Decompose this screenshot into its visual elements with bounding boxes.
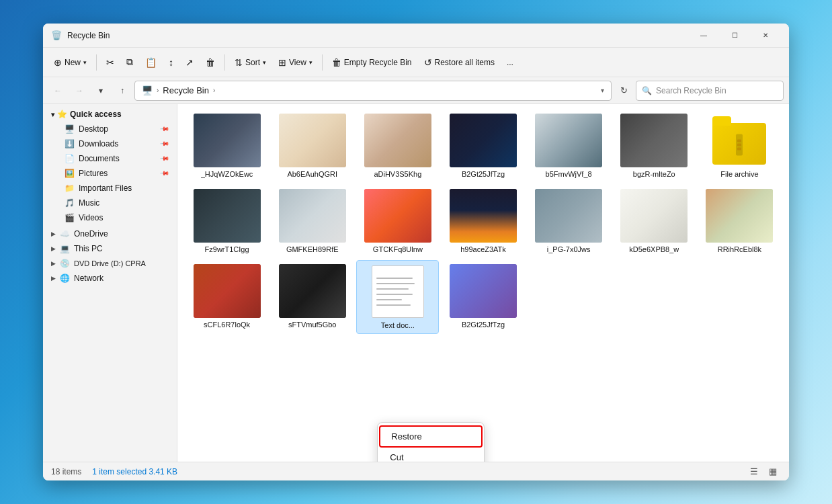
list-item[interactable]: B2Gt25JfTzg [442,260,524,334]
sidebar-item-quick-access[interactable]: ▾ ⭐ Quick access [46,107,174,122]
toolbar: ⊕ New ▾ ✂ ⧉ 📋 ↕ ↗ 🗑 ⇅ Sort ▾ ⊞ [43,48,789,77]
list-item[interactable]: RRihRcEbl8k [698,185,781,257]
list-item[interactable]: b5FmvWjVf_8 [528,110,610,182]
file-thumbnail [706,189,773,243]
delete-button[interactable]: 🗑 [200,52,220,73]
list-view-toggle[interactable]: ☰ [746,464,762,479]
address-path[interactable]: 🖥️ › Recycle Bin › ▾ [134,81,612,101]
cut-button[interactable]: ✂ [101,52,120,73]
file-thumbnail [620,189,688,243]
file-label: aDiHV3S5Khg [374,170,421,178]
close-button[interactable]: ✕ [750,25,781,46]
list-item[interactable]: Text doc... Restore Cut Delete Propertie… [356,260,439,334]
sort-button[interactable]: ⇅ Sort ▾ [229,52,272,73]
more-button[interactable]: ... [501,52,519,73]
file-label: sFTVmuf5Gbo [288,321,337,329]
sidebar-item-network[interactable]: ▶ 🌐 Network [46,271,174,286]
videos-label: Videos [79,213,103,222]
list-item[interactable]: Ab6EAuhQGRI [271,110,353,182]
file-label: sCFL6R7loQk [204,321,250,329]
list-item[interactable]: B2Gt25JfTzg [442,110,524,182]
paste-button[interactable]: 📋 [140,52,162,73]
list-item[interactable]: aDiHV3S5Khg [356,110,439,182]
file-thumbnail [535,114,602,167]
sidebar-item-downloads[interactable]: ⬇️ Downloads 📌 [46,136,174,151]
refresh-button[interactable]: ↻ [614,81,633,100]
sidebar-item-documents[interactable]: 📄 Documents 📌 [46,151,174,166]
file-thumbnail [194,264,261,318]
status-right: ☰ ▦ [746,464,781,479]
copy-button[interactable]: ⧉ [121,52,138,73]
sidebar-item-dvd-drive[interactable]: ▶ 💿 DVD Drive (D:) CPRA [46,256,174,271]
list-item[interactable]: _HJqWZOkEwc [185,110,268,182]
restore-all-button[interactable]: ↺ Restore all items [419,52,500,73]
list-item[interactable]: GTCKFq8Ulnw [356,185,439,257]
sidebar-item-videos[interactable]: 🎬 Videos [46,210,174,225]
onedrive-expand-icon: ▶ [51,230,56,237]
address-path-text: Recycle Bin [163,85,209,95]
empty-recycle-button[interactable]: 🗑 Empty Recycle Bin [327,52,417,73]
sidebar-group-quick-access: ▾ ⭐ Quick access 🖥️ Desktop 📌 ⬇️ Downloa… [43,107,177,225]
list-item[interactable]: sCFL6R7loQk [185,260,268,334]
back-button[interactable]: ← [48,81,67,100]
file-label: RRihRcEbl8k [718,245,761,253]
toolbar-separator-3 [322,54,323,71]
file-label: File archive [720,170,758,178]
context-menu-item-restore[interactable]: Restore [379,425,483,448]
context-menu-item-cut[interactable]: Cut [379,448,483,462]
documents-pin-icon: 📌 [160,154,170,164]
search-icon: 🔍 [642,86,652,95]
forward-button[interactable]: → [70,81,89,100]
search-box[interactable]: 🔍 Search Recycle Bin [636,81,784,101]
list-item[interactable]: sFTVmuf5Gbo [271,260,353,334]
documents-icon: 📄 [65,154,75,163]
file-thumbnail [194,114,261,167]
main-area: ▾ ⭐ Quick access 🖥️ Desktop 📌 ⬇️ Downloa… [43,104,789,462]
list-item[interactable]: GMFKEH89RfE [271,185,353,257]
music-label: Music [79,198,99,208]
sidebar-item-onedrive[interactable]: ▶ ☁️ OneDrive [46,226,174,241]
empty-recycle-label: Empty Recycle Bin [344,58,412,67]
onedrive-icon: ☁️ [60,229,70,239]
sidebar-item-this-pc[interactable]: ▶ 💻 This PC [46,241,174,256]
title-bar: 🗑️ Recycle Bin — ☐ ✕ [43,24,789,48]
list-item[interactable]: h99aceZ3ATk [442,185,524,257]
window-icon: 🗑️ [51,30,62,41]
sidebar-item-desktop[interactable]: 🖥️ Desktop 📌 [46,122,174,136]
new-button[interactable]: ⊕ New ▾ [48,52,92,73]
file-thumbnail [450,264,517,318]
list-item[interactable]: bgzR-mlteZo [613,110,696,182]
view-button[interactable]: ⊞ View ▾ [273,52,318,73]
list-item[interactable]: i_PG-7x0Jws [528,185,610,257]
rename-button[interactable]: ↕ [163,52,179,73]
minimize-button[interactable]: — [688,25,719,46]
file-label: B2Gt25JfTzg [462,321,505,329]
file-thumbnail [279,264,346,318]
maximize-button[interactable]: ☐ [719,25,750,46]
up-button[interactable]: ↑ [113,81,132,100]
recent-button[interactable]: ▾ [91,81,110,100]
new-chevron-icon: ▾ [83,59,87,66]
list-item[interactable]: kD5e6XPB8_w [613,185,696,257]
quick-access-icon: ⭐ [57,110,67,119]
paste-icon: 📋 [145,57,157,68]
desktop-icon: 🖥️ [65,124,75,134]
share-button[interactable]: ↗ [180,52,199,73]
desktop-label: Desktop [79,124,108,134]
sidebar-item-pictures[interactable]: 🖼️ Pictures 📌 [46,166,174,181]
sidebar-item-music[interactable]: 🎵 Music [46,196,174,210]
list-item[interactable]: Fz9wrT1CIgg [185,185,268,257]
status-count: 18 items [51,467,81,476]
view-label: View [289,58,306,67]
network-label: Network [74,274,103,283]
grid-view-toggle[interactable]: ▦ [765,464,781,479]
list-item[interactable]: File archive [698,110,781,182]
pictures-label: Pictures [79,169,108,178]
onedrive-label: OneDrive [74,229,108,239]
view-chevron-icon: ▾ [309,59,313,66]
toolbar-separator-1 [96,54,97,71]
share-icon: ↗ [185,57,194,68]
sidebar-item-important-files[interactable]: 📁 Important Files [46,181,174,196]
file-thumbnail [450,189,517,243]
file-thumbnail [279,114,346,167]
